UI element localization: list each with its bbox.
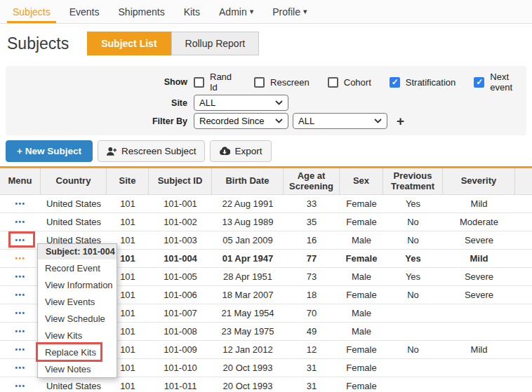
severity-cell: Severe bbox=[443, 286, 515, 304]
show-checkbox-group: Rand Id Rescreen Cohort Stratifi bbox=[194, 72, 526, 93]
add-filter-button[interactable]: + bbox=[397, 114, 404, 128]
show-checkbox-option[interactable]: Rand Id bbox=[194, 72, 236, 93]
show-checkbox-option[interactable]: Cohort bbox=[328, 77, 371, 88]
empty-cell bbox=[515, 213, 532, 231]
chevron-down-icon bbox=[374, 119, 382, 123]
chevron-down-icon bbox=[275, 119, 283, 123]
context-menu-header: Subject: 101-004 bbox=[38, 244, 117, 259]
show-checkbox-option[interactable]: Next event bbox=[474, 72, 526, 93]
context-menu-item[interactable]: View Notes bbox=[38, 360, 117, 377]
table-header-cell: Birth Date bbox=[212, 168, 284, 194]
row-context-menu: Subject: 101-004 Record Event View Infor… bbox=[37, 243, 117, 378]
age-cell: 70 bbox=[284, 304, 340, 322]
page-title: Subjects bbox=[7, 34, 69, 53]
age-cell: 31 bbox=[284, 377, 340, 392]
context-menu-item[interactable]: Record Event bbox=[38, 259, 117, 276]
site-filter-row: Site ALL bbox=[6, 95, 526, 111]
empty-cell bbox=[515, 231, 532, 249]
context-menu-item[interactable]: View Information bbox=[38, 276, 117, 293]
context-menu-item[interactable]: View Schedule bbox=[38, 310, 117, 327]
table-header-cell: Site bbox=[107, 168, 149, 194]
empty-cell bbox=[515, 268, 532, 285]
row-menu-icon[interactable]: ••• bbox=[15, 309, 25, 317]
checkbox-icon[interactable] bbox=[254, 77, 265, 88]
subject-id-cell: 101-004 bbox=[149, 250, 212, 267]
row-menu-icon[interactable]: ••• bbox=[15, 236, 25, 244]
context-menu-item[interactable]: Replace Kits bbox=[38, 344, 117, 360]
previous-treatment-cell: Yes bbox=[383, 195, 443, 212]
subjects-page: Subjects Events Shipments Kits Admin bbox=[0, 0, 532, 392]
checkbox-icon[interactable] bbox=[328, 77, 338, 88]
subject-id-cell: 101-008 bbox=[149, 323, 212, 340]
table-header-cell: Severity bbox=[443, 168, 515, 194]
context-menu-item[interactable]: View Events bbox=[38, 293, 117, 310]
subject-id-cell: 101-006 bbox=[149, 286, 212, 304]
row-menu-icon[interactable]: ••• bbox=[15, 255, 25, 262]
sex-cell: Female bbox=[340, 195, 383, 212]
row-menu-icon[interactable]: ••• bbox=[15, 364, 25, 372]
filter-type-select[interactable]: Recorded Since bbox=[194, 113, 288, 129]
table-header-cell: Menu bbox=[0, 168, 41, 194]
show-filter-row: Show Rand Id Rescreen Cohort bbox=[6, 72, 526, 93]
sex-cell: Female bbox=[340, 286, 383, 304]
sex-cell: Male bbox=[340, 323, 383, 340]
site-select[interactable]: ALL bbox=[194, 95, 288, 111]
nav-tab[interactable]: Kits bbox=[184, 0, 200, 23]
rescreen-subject-button[interactable]: Rescreen Subject bbox=[98, 140, 206, 162]
row-menu-icon[interactable]: ••• bbox=[15, 291, 25, 299]
table-row: ••• United States 101 101-002 13 Aug 198… bbox=[0, 213, 532, 231]
row-menu-icon[interactable]: ••• bbox=[15, 382, 25, 390]
row-menu-icon[interactable]: ••• bbox=[15, 200, 25, 208]
context-menu-item[interactable]: View Kits bbox=[38, 327, 117, 344]
previous-treatment-cell bbox=[383, 323, 443, 340]
birth-date-cell: 18 Mar 2007 bbox=[212, 286, 284, 304]
page-header: Subjects Subject List Rollup Report bbox=[0, 24, 532, 62]
sex-cell: Female bbox=[340, 377, 383, 392]
previous-treatment-cell bbox=[383, 377, 443, 392]
age-cell: 12 bbox=[284, 341, 340, 358]
birth-date-cell: 20 Oct 1993 bbox=[212, 377, 284, 392]
checkbox-icon[interactable] bbox=[194, 77, 204, 88]
nav-tab[interactable]: Shipments bbox=[119, 0, 165, 23]
nav-tab[interactable]: Subjects bbox=[13, 0, 51, 23]
new-subject-button[interactable]: + New Subject bbox=[6, 140, 93, 162]
country-cell: United States bbox=[41, 195, 107, 212]
site-cell: 101 bbox=[107, 213, 149, 231]
row-menu-cell: ••• bbox=[0, 341, 41, 358]
filter-value-select[interactable]: ALL bbox=[293, 113, 387, 129]
sex-cell: Female bbox=[340, 341, 383, 358]
nav-tab[interactable]: Profile bbox=[272, 0, 307, 23]
table-row: ••• United States 101 101-001 22 Aug 199… bbox=[0, 195, 532, 213]
top-navigation: Subjects Events Shipments Kits Admin bbox=[0, 0, 532, 24]
row-menu-icon[interactable]: ••• bbox=[15, 218, 25, 226]
severity-cell bbox=[443, 304, 515, 322]
checkbox-icon[interactable] bbox=[390, 77, 400, 88]
row-menu-icon[interactable]: ••• bbox=[15, 327, 25, 335]
subject-id-cell: 101-003 bbox=[149, 231, 212, 249]
severity-cell bbox=[443, 359, 515, 377]
show-checkbox-option[interactable]: Rescreen bbox=[254, 77, 310, 88]
view-tab-button[interactable]: Subject List bbox=[87, 32, 171, 55]
row-menu-cell: ••• bbox=[0, 231, 41, 249]
birth-date-cell: 22 Aug 1991 bbox=[212, 195, 284, 212]
severity-cell bbox=[443, 323, 515, 340]
row-menu-cell: ••• bbox=[0, 323, 41, 340]
previous-treatment-cell: Yes bbox=[383, 250, 443, 267]
row-menu-icon[interactable]: ••• bbox=[15, 346, 25, 353]
caret-down-icon bbox=[303, 7, 307, 16]
filter-panel: Show Rand Id Rescreen Cohort bbox=[6, 66, 526, 135]
age-cell: 16 bbox=[284, 231, 340, 249]
filter-by-row: Filter By Recorded Since ALL + bbox=[6, 113, 526, 129]
export-button[interactable]: Export bbox=[210, 140, 271, 162]
row-menu-icon[interactable]: ••• bbox=[15, 273, 25, 281]
severity-cell: Moderate bbox=[443, 213, 515, 231]
nav-tab[interactable]: Admin bbox=[219, 0, 253, 23]
nav-tab[interactable]: Events bbox=[69, 0, 100, 23]
checkbox-icon[interactable] bbox=[474, 77, 484, 88]
table-header-cell: Subject ID bbox=[149, 168, 212, 194]
birth-date-cell: 13 Aug 1989 bbox=[212, 213, 284, 231]
caret-down-icon bbox=[250, 7, 254, 16]
show-checkbox-option[interactable]: Stratification bbox=[390, 77, 456, 88]
table-header-row: Menu Country Site Subject ID Birth Date … bbox=[0, 168, 532, 195]
view-tab-button[interactable]: Rollup Report bbox=[171, 32, 260, 55]
